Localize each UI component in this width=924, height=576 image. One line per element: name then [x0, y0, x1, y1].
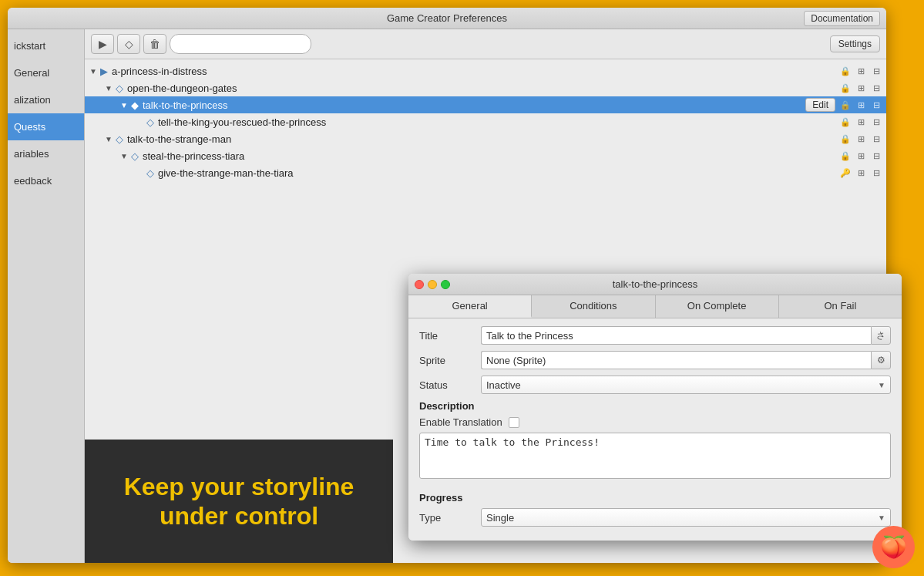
key-icon: 🔑: [838, 166, 852, 180]
status-select[interactable]: Inactive ▼: [481, 376, 891, 394]
tree-row[interactable]: ◇ tell-the-king-you-rescued-the-princess…: [85, 113, 886, 130]
sidebar-item-quickstart[interactable]: ickstart: [8, 32, 84, 59]
search-input[interactable]: [170, 34, 311, 54]
tree-toggle[interactable]: ▼: [119, 150, 129, 161]
sidebar-item-general[interactable]: General: [8, 59, 84, 86]
sidebar-item-quests[interactable]: Quests: [8, 113, 84, 140]
toggle-icon: ⊟: [869, 64, 883, 78]
tab-on-complete[interactable]: On Complete: [656, 295, 779, 318]
tree-row-actions: 🔒 ⊞ ⊟: [838, 98, 883, 112]
sprite-input-group: None (Sprite) ⚙: [481, 351, 891, 369]
tree-row-actions: 🔒 ⊞ ⊟: [838, 115, 883, 129]
documentation-button[interactable]: Documentation: [804, 11, 880, 26]
sub-window-tabs: General Conditions On Complete On Fail: [408, 295, 902, 318]
edit-button[interactable]: Edit: [805, 98, 835, 112]
diamond-button[interactable]: ◇: [117, 34, 140, 54]
main-title-bar: Game Creator Preferences Documentation: [8, 8, 886, 29]
settings-button[interactable]: Settings: [830, 35, 880, 52]
tree-label: tell-the-king-you-rescued-the-princess: [158, 116, 838, 128]
sidebar: ickstart General alization Quests ariabl…: [8, 29, 85, 563]
tree-row[interactable]: ▼ ◇ steal-the-princess-tiara 🔒 ⊞ ⊟: [85, 147, 886, 164]
delete-button[interactable]: 🗑: [143, 34, 166, 54]
promo-overlay: Keep your storyline under control: [85, 440, 393, 563]
tree-row-actions: 🔑 ⊞ ⊟: [838, 166, 883, 180]
grid-icon: ⊞: [854, 166, 868, 180]
tab-on-fail[interactable]: On Fail: [779, 295, 902, 318]
minimize-button[interactable]: [428, 280, 437, 289]
sub-window-body: Title Talk to the Princess さ Sprite None…: [408, 318, 902, 541]
tree-toggle[interactable]: ▼: [88, 66, 99, 76]
type-select[interactable]: Single ▼: [481, 508, 891, 527]
grid-icon: ⊞: [854, 132, 868, 146]
tree-row-actions: 🔒 ⊞ ⊟: [838, 132, 883, 146]
tree-toggle[interactable]: ▼: [103, 83, 114, 93]
lock-icon: 🔒: [838, 64, 852, 78]
sidebar-item-feedback[interactable]: eedback: [8, 167, 84, 194]
sidebar-item-localization[interactable]: alization: [8, 86, 84, 113]
search-container: 🔍: [170, 34, 827, 54]
toggle-icon: ⊟: [869, 98, 883, 112]
type-label: Type: [419, 512, 481, 524]
title-icon-button[interactable]: さ: [871, 326, 891, 345]
tree-row-actions: 🔒 ⊞ ⊟: [838, 64, 883, 78]
sub-window: talk-to-the-princess General Conditions …: [408, 274, 902, 541]
tree-row-actions: 🔒 ⊞ ⊟: [838, 149, 883, 163]
arrow-icon: ▶: [99, 66, 109, 76]
diamond-icon: ◇: [145, 167, 156, 178]
enable-translation-row: Enable Translation: [419, 416, 891, 428]
tab-general[interactable]: General: [408, 295, 532, 318]
maximize-button[interactable]: [441, 280, 450, 289]
tree-toggle: [134, 116, 145, 127]
title-value: Talk to the Princess: [486, 330, 573, 342]
sprite-icon-button[interactable]: ⚙: [871, 351, 891, 369]
traffic-lights: [415, 280, 450, 289]
lock-icon: 🔒: [838, 132, 852, 146]
grid-icon: ⊞: [854, 81, 868, 95]
sprite-value: None (Sprite): [486, 355, 546, 366]
progress-section-header: Progress: [419, 492, 891, 504]
tree-row[interactable]: ▼ ◇ open-the-dungeon-gates 🔒 ⊞ ⊟: [85, 79, 886, 96]
status-label: Status: [419, 379, 481, 391]
lock-icon: 🔒: [838, 98, 852, 112]
toggle-icon: ⊟: [869, 81, 883, 95]
diamond-icon: ◇: [129, 150, 140, 161]
sidebar-item-variables[interactable]: ariables: [8, 140, 84, 167]
form-row-status: Status Inactive ▼: [419, 376, 891, 394]
tree-row[interactable]: ▼ ◇ talk-to-the-strange-man 🔒 ⊞ ⊟: [85, 130, 886, 147]
lock-icon: 🔒: [838, 149, 852, 163]
description-textarea[interactable]: Time to talk to the Princess!: [419, 433, 891, 479]
sprite-input[interactable]: None (Sprite): [481, 351, 871, 369]
tree-label: give-the-strange-man-the-tiara: [158, 167, 838, 179]
tree-row[interactable]: ▼ ▶ a-princess-in-distress 🔒 ⊞ ⊟: [85, 62, 886, 79]
tree-row-actions: 🔒 ⊞ ⊟: [838, 81, 883, 95]
diamond-icon: ◇: [145, 116, 156, 127]
form-row-title: Title Talk to the Princess さ: [419, 326, 891, 345]
form-row-type: Type Single ▼: [419, 508, 891, 527]
enable-translation-label: Enable Translation: [419, 416, 502, 428]
grid-icon: ⊞: [854, 98, 868, 112]
toggle-icon: ⊟: [869, 149, 883, 163]
tree-toggle[interactable]: ▼: [119, 99, 129, 110]
lock-icon: 🔒: [838, 115, 852, 129]
tree-row[interactable]: ◇ give-the-strange-man-the-tiara 🔑 ⊞ ⊟: [85, 164, 886, 181]
diamond-filled-icon: ◆: [129, 99, 140, 110]
close-button[interactable]: [415, 280, 424, 289]
tree-label: a-princess-in-distress: [112, 66, 838, 77]
promo-line1: Keep your storyline: [124, 473, 354, 500]
title-input-group: Talk to the Princess さ: [481, 326, 891, 345]
main-window-title: Game Creator Preferences: [387, 12, 507, 24]
diamond-icon: ◇: [114, 83, 125, 93]
sub-window-title: talk-to-the-princess: [613, 278, 698, 290]
tree-row-selected[interactable]: ▼ ◆ talk-to-the-princess Edit 🔒 ⊞ ⊟: [85, 96, 886, 113]
play-button[interactable]: ▶: [91, 34, 114, 54]
tree-label: steal-the-princess-tiara: [143, 150, 838, 162]
promo-line2: under control: [160, 502, 318, 530]
title-input[interactable]: Talk to the Princess: [481, 326, 871, 345]
tree-toggle[interactable]: ▼: [103, 133, 114, 144]
tab-conditions[interactable]: Conditions: [532, 295, 655, 318]
tree-toggle: [134, 167, 145, 178]
toolbar: ▶ ◇ 🗑 🔍 Settings: [85, 29, 886, 59]
enable-translation-checkbox[interactable]: [509, 417, 519, 428]
diamond-icon: ◇: [114, 133, 125, 144]
form-row-sprite: Sprite None (Sprite) ⚙: [419, 351, 891, 369]
